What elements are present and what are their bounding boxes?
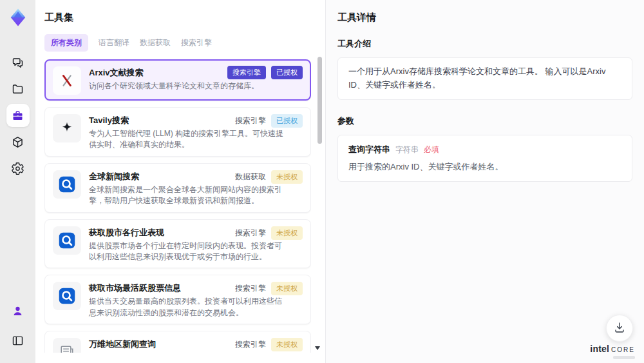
category-badge: 搜索引擎 xyxy=(235,337,266,352)
tool-description: 查询具体行政区划内的新闻，快速了解各地新闻动态 xyxy=(89,352,285,353)
tool-icon-wrap xyxy=(53,170,81,199)
params-heading: 参数 xyxy=(337,115,632,127)
qsearch-icon xyxy=(57,231,77,250)
params-list: 查询字符串字符串必填用于搜索的Arxiv ID、关键字或作者姓名。 xyxy=(337,135,632,182)
app-logo-icon[interactable] xyxy=(6,5,30,30)
sparkle-icon xyxy=(59,120,75,137)
tool-icon-wrap xyxy=(53,66,81,95)
tool-icon-wrap xyxy=(53,338,81,353)
param-required-flag: 必填 xyxy=(424,144,439,155)
category-badge: 搜索引擎 xyxy=(235,113,266,128)
news-icon xyxy=(58,343,76,353)
tool-badges: 数据获取未授权 xyxy=(235,170,303,184)
rail-item-chat[interactable] xyxy=(6,51,30,74)
tool-name: 获取股市各行业表现 xyxy=(89,227,230,239)
tool-card-body: 万维地区新闻查询搜索引擎未授权查询具体行政区划内的新闻，快速了解各地新闻动态 xyxy=(89,337,303,353)
settings-icon xyxy=(11,162,24,175)
tool-name: 获取市场最活跃股票信息 xyxy=(89,282,230,294)
tool-badges: 搜索引擎已授权 xyxy=(227,66,303,79)
rail-item-toolbox[interactable] xyxy=(6,104,30,127)
rail-item-settings[interactable] xyxy=(6,157,30,180)
detail-title: 工具详情 xyxy=(337,12,632,24)
tool-card-body: 获取市场最活跃股票信息搜索引擎未授权提供当天交易量最高的股票列表。投资者可以利用… xyxy=(89,280,303,319)
intel-logo-text: intel xyxy=(590,344,609,354)
tool-name: Arxiv文献搜索 xyxy=(89,67,222,79)
tool-intro-text: 一个用于从Arxiv存储库搜索科学论文和文章的工具。 输入可以是Arxiv ID… xyxy=(337,57,632,100)
auth-status-badge: 未授权 xyxy=(271,226,303,240)
scroll-down-indicator xyxy=(315,346,320,350)
param-type: 字符串 xyxy=(395,144,419,155)
intel-core-logo: intelcore xyxy=(590,343,635,359)
list-scrollbar[interactable] xyxy=(317,57,323,363)
tool-detail-panel: 工具详情 工具介绍 一个用于从Arxiv存储库搜索科学论文和文章的工具。 输入可… xyxy=(325,0,644,363)
arxiv-logo-icon xyxy=(59,72,75,89)
qsearch-icon xyxy=(57,286,77,306)
rail-item-package[interactable] xyxy=(6,130,30,153)
tool-card-header: Tavily搜索搜索引擎已授权 xyxy=(89,113,303,128)
download-button[interactable] xyxy=(606,315,633,342)
tool-card-body: Arxiv文献搜索搜索引擎已授权访问各个研究领域大量科学论文和文章的存储库。 xyxy=(89,65,303,95)
category-tab-2[interactable]: 数据获取 xyxy=(140,34,171,52)
rail-bottom-nav xyxy=(6,296,30,355)
tool-card[interactable]: 万维地区新闻查询搜索引擎未授权查询具体行政区划内的新闻，快速了解各地新闻动态 xyxy=(44,331,311,353)
category-tab-1[interactable]: 语言翻译 xyxy=(99,34,129,52)
tool-card[interactable]: 获取股市各行业表现搜索引擎未授权提供股票市场各个行业在特定时间段内的表现。投资者… xyxy=(44,219,311,269)
tool-badges: 搜索引擎未授权 xyxy=(235,281,303,296)
tool-card[interactable]: Arxiv文献搜索搜索引擎已授权访问各个研究领域大量科学论文和文章的存储库。 xyxy=(44,59,311,101)
left-rail xyxy=(0,0,35,363)
tool-card[interactable]: 全球新闻搜索数据获取未授权全球新闻搜索是一个聚合全球各大新闻网站内容的搜索引擎，… xyxy=(44,163,311,213)
tool-card-body: 获取股市各行业表现搜索引擎未授权提供股票市场各个行业在特定时间段内的表现。投资者… xyxy=(89,225,303,263)
auth-status-badge: 未授权 xyxy=(271,170,303,184)
rail-item-layout[interactable] xyxy=(6,329,30,352)
tool-name: 全球新闻搜索 xyxy=(89,171,230,182)
rail-nav xyxy=(6,48,30,183)
intel-logo-subtext xyxy=(613,356,635,359)
tool-badges: 搜索引擎未授权 xyxy=(235,226,303,240)
tool-badges: 搜索引擎已授权 xyxy=(235,113,303,128)
folder-icon xyxy=(11,83,24,96)
tool-icon-wrap xyxy=(53,114,81,142)
category-badge: 数据获取 xyxy=(235,170,266,184)
tool-description: 提供当天交易量最高的股票列表。投资者可以利用这些信息来识别流动性强的股票和潜在的… xyxy=(89,296,285,319)
rail-item-user[interactable] xyxy=(6,299,30,322)
tool-card-header: Arxiv文献搜索搜索引擎已授权 xyxy=(89,65,303,81)
download-icon xyxy=(612,320,627,337)
tool-card-body: 全球新闻搜索数据获取未授权全球新闻搜索是一个聚合全球各大新闻网站内容的搜索引擎，… xyxy=(89,169,303,207)
auth-status-badge: 已授权 xyxy=(271,66,303,79)
tool-card-header: 获取股市各行业表现搜索引擎未授权 xyxy=(89,225,303,240)
tools-panel: 工具集 所有类别语言翻译数据获取搜索引擎 Arxiv文献搜索搜索引擎已授权访问各… xyxy=(35,0,325,363)
auth-status-badge: 未授权 xyxy=(271,282,303,295)
qsearch-icon xyxy=(57,175,77,194)
category-tabs: 所有类别语言翻译数据获取搜索引擎 xyxy=(44,34,325,52)
tool-description: 访问各个研究领域大量科学论文和文章的存储库。 xyxy=(89,81,285,92)
category-tab-0[interactable]: 所有类别 xyxy=(44,34,88,52)
tool-description: 全球新闻搜索是一个聚合全球各大新闻网站内容的搜索引擎，帮助用户快速获取全球最新资… xyxy=(89,184,285,207)
category-tab-3[interactable]: 搜索引擎 xyxy=(181,34,212,52)
param-description: 用于搜索的Arxiv ID、关键字或作者姓名。 xyxy=(348,161,621,173)
tool-name: Tavily搜索 xyxy=(89,115,230,126)
param-name: 查询字符串 xyxy=(348,144,390,155)
tool-card-header: 获取市场最活跃股票信息搜索引擎未授权 xyxy=(89,280,303,296)
intel-core-text: core xyxy=(611,346,635,353)
tool-icon-wrap xyxy=(53,226,81,255)
tool-card-body: Tavily搜索搜索引擎已授权专为人工智能代理 (LLM) 构建的搜索引擎工具。… xyxy=(89,113,303,151)
tool-card-header: 万维地区新闻查询搜索引擎未授权 xyxy=(89,337,303,352)
tool-card[interactable]: Tavily搜索搜索引擎已授权专为人工智能代理 (LLM) 构建的搜索引擎工具。… xyxy=(44,107,311,157)
intro-heading: 工具介绍 xyxy=(337,38,632,50)
param-card: 查询字符串字符串必填用于搜索的Arxiv ID、关键字或作者姓名。 xyxy=(337,135,632,182)
param-header: 查询字符串字符串必填 xyxy=(348,144,621,155)
tool-card[interactable]: 获取市场最活跃股票信息搜索引擎未授权提供当天交易量最高的股票列表。投资者可以利用… xyxy=(44,275,311,324)
toolbox-icon xyxy=(11,109,24,123)
auth-status-badge: 已授权 xyxy=(271,114,303,128)
tool-description: 专为人工智能代理 (LLM) 构建的搜索引擎工具。可快速提供实时、准确和真实的结… xyxy=(89,128,285,151)
user-icon xyxy=(11,304,24,318)
category-badge: 搜索引擎 xyxy=(227,66,266,79)
tool-list: Arxiv文献搜索搜索引擎已授权访问各个研究领域大量科学论文和文章的存储库。Ta… xyxy=(44,59,311,353)
tool-icon-wrap xyxy=(53,282,81,310)
category-badge: 搜索引擎 xyxy=(235,226,266,240)
tool-card-header: 全球新闻搜索数据获取未授权 xyxy=(89,169,303,184)
scrollbar-thumb[interactable] xyxy=(317,57,322,144)
tool-description: 提供股票市场各个行业在特定时间段内的表现。投资者可以利用这些信息来识别表现优于或… xyxy=(89,240,285,263)
rail-item-folder[interactable] xyxy=(6,77,30,101)
layout-icon xyxy=(11,334,24,348)
